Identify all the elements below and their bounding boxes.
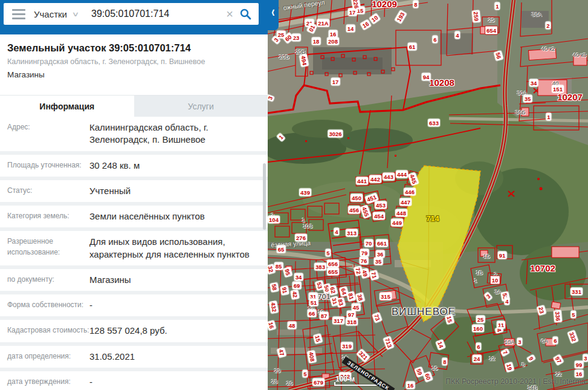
- chevron-down-icon[interactable]: ∨: [72, 10, 80, 18]
- parcel-label[interactable]: 318: [346, 318, 358, 326]
- parcel-label[interactable]: 4: [495, 327, 504, 334]
- parcel-label[interactable]: 656: [327, 260, 339, 268]
- parcel-label[interactable]: 60: [422, 371, 433, 382]
- parcel-label[interactable]: 10: [490, 276, 500, 285]
- parcel-label[interactable]: 14: [346, 25, 355, 33]
- parcel-label[interactable]: 56: [494, 50, 503, 60]
- panel-collapse-button[interactable]: ‹: [268, 0, 279, 30]
- parcel-label[interactable]: 16: [360, 19, 371, 31]
- parcel-label[interactable]: 4: [334, 228, 339, 236]
- parcel-label[interactable]: 5: [570, 311, 576, 319]
- parcel-label[interactable]: 453: [375, 201, 387, 209]
- map-label[interactable]: 714: [426, 214, 439, 223]
- parcel-label[interactable]: 317: [332, 317, 344, 325]
- parcel-label[interactable]: 633: [428, 119, 440, 127]
- parcel-label[interactable]: 313: [346, 229, 358, 237]
- parcel-label[interactable]: 34: [529, 79, 538, 87]
- parcel-label[interactable]: 336: [554, 310, 563, 323]
- parcel-label[interactable]: 655: [327, 268, 339, 276]
- search-icon[interactable]: [239, 8, 251, 20]
- parcel-label[interactable]: 661: [376, 239, 388, 247]
- parcel-label[interactable]: 446: [404, 188, 416, 196]
- parcel-label[interactable]: 70: [364, 239, 373, 247]
- parcel-label[interactable]: 16: [406, 382, 415, 389]
- parcel-label[interactable]: 160: [472, 325, 484, 333]
- parcel-label[interactable]: 42: [290, 290, 299, 300]
- parcel-label[interactable]: 71: [369, 270, 379, 280]
- parcel-label[interactable]: 494: [299, 54, 309, 67]
- parcel-label[interactable]: 193: [394, 10, 407, 24]
- search-input[interactable]: 39:05:010701:714: [91, 8, 226, 19]
- parcel-label[interactable]: 6: [476, 343, 481, 351]
- parcel-label[interactable]: 48: [288, 322, 297, 330]
- parcel-label[interactable]: 85: [274, 262, 283, 270]
- parcel-label[interactable]: 443: [383, 173, 395, 181]
- parcel-label[interactable]: 332: [567, 330, 578, 343]
- parcel-label[interactable]: 81: [346, 291, 356, 301]
- parcel-label[interactable]: 99: [575, 361, 584, 369]
- parcel-label[interactable]: 95: [283, 267, 292, 277]
- parcel-label[interactable]: 15: [313, 333, 323, 343]
- parcel-label[interactable]: 24: [473, 355, 482, 363]
- parcel-label[interactable]: 47: [277, 347, 286, 357]
- map-canvas[interactable]: ожный переулёздная улицаВИШНЕВОЕ71410209…: [268, 0, 588, 390]
- parcel-label[interactable]: 35: [523, 95, 532, 103]
- parcel-label[interactable]: 315: [380, 293, 392, 301]
- parcel-label[interactable]: 5: [302, 370, 308, 378]
- parcel-label[interactable]: 16: [329, 30, 338, 38]
- parcel-label[interactable]: 439: [299, 189, 311, 197]
- parcel-label[interactable]: 104: [268, 216, 280, 224]
- parcel-label[interactable]: 61: [408, 43, 417, 51]
- parcel-label[interactable]: 6: [552, 337, 558, 345]
- parcel-label[interactable]: 9: [526, 354, 536, 363]
- parcel-label[interactable]: 5: [325, 249, 331, 257]
- parcel-label[interactable]: 321: [356, 348, 370, 362]
- parcel-label[interactable]: 58: [270, 282, 279, 293]
- parcel-label[interactable]: 79: [360, 249, 369, 257]
- parcel-label[interactable]: 4: [454, 31, 460, 39]
- parcel-label[interactable]: 1: [276, 132, 286, 142]
- close-icon[interactable]: ×: [226, 7, 233, 21]
- scrollbar[interactable]: [263, 163, 266, 230]
- parcel-label[interactable]: 73: [372, 312, 382, 323]
- parcel-label[interactable]: 331: [570, 288, 583, 296]
- parcel-label[interactable]: 1: [494, 2, 500, 10]
- parcel-label[interactable]: 679: [312, 379, 325, 386]
- parcel-label[interactable]: 432: [269, 301, 279, 314]
- parcel-label[interactable]: 442: [369, 175, 381, 183]
- parcel-label[interactable]: 3026: [328, 130, 343, 138]
- parcel-label[interactable]: 94: [422, 73, 431, 81]
- parcel-label[interactable]: 408: [307, 350, 317, 363]
- parcel-label[interactable]: 69: [292, 282, 302, 290]
- parcel-label[interactable]: 455: [360, 204, 371, 218]
- parcel-label[interactable]: 2: [545, 22, 551, 30]
- parcel-label[interactable]: 450: [351, 194, 363, 202]
- parcel-label[interactable]: 447: [399, 198, 412, 206]
- parcel-label[interactable]: 713: [383, 336, 394, 349]
- parcel-label[interactable]: 38: [355, 292, 365, 302]
- parcel-label[interactable]: 383: [314, 263, 326, 271]
- parcel-label[interactable]: 76: [360, 257, 369, 265]
- parcel-label[interactable]: 16: [268, 320, 276, 330]
- parcel-label[interactable]: 151: [552, 85, 564, 93]
- parcel-label[interactable]: 16: [575, 370, 584, 378]
- parcel-label[interactable]: 62: [328, 285, 338, 295]
- parcel-label[interactable]: 441: [356, 177, 368, 185]
- parcel-label[interactable]: 17: [331, 78, 340, 86]
- parcel-label[interactable]: 6: [432, 36, 438, 44]
- parcel-label[interactable]: 445: [407, 172, 419, 186]
- parcel-label[interactable]: 19: [505, 362, 514, 372]
- parcel-label[interactable]: 456: [348, 206, 360, 214]
- tab-services[interactable]: Услуги: [134, 96, 268, 117]
- parcel-label[interactable]: 14: [435, 339, 445, 350]
- parcel-label[interactable]: 3: [268, 94, 275, 102]
- parcel-label[interactable]: 259: [472, 10, 481, 23]
- parcel-label[interactable]: 448: [395, 209, 407, 217]
- parcel-label[interactable]: 276: [295, 234, 307, 242]
- parcel-label[interactable]: 66: [308, 310, 317, 317]
- parcel-label[interactable]: 208: [327, 37, 339, 45]
- parcel-label[interactable]: 83: [336, 297, 346, 307]
- parcel-label[interactable]: 3: [517, 338, 522, 346]
- parcel-label[interactable]: 3: [583, 354, 588, 362]
- parcel-label[interactable]: 87: [320, 312, 329, 320]
